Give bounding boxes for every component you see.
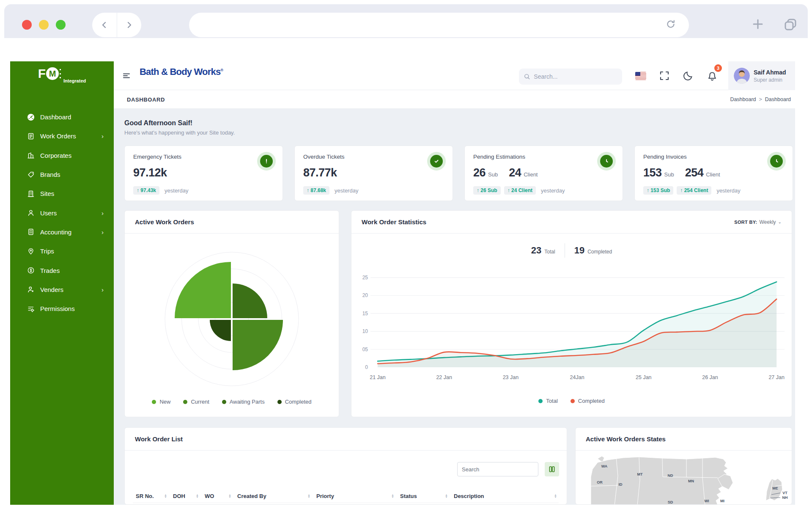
new-tab-button[interactable] [750,17,765,33]
fullscreen-icon [659,70,670,81]
breadcrumb-item[interactable]: Dashboard [730,96,756,102]
clock-icon [600,155,613,168]
dark-mode-button[interactable] [683,70,694,83]
table-column-header[interactable]: Description▲▼ [454,493,563,499]
table-column-header[interactable]: Created By▲▼ [237,493,316,499]
permissions-icon [27,305,35,313]
bell-icon [706,70,718,82]
global-search-input[interactable] [534,73,617,80]
breadcrumb: Dashboard > Dashboard [730,96,791,102]
table-header-row: SR No.▲▼DOH▲▼WO▲▼Created By▲▼Priorty▲▼St… [136,489,563,503]
polar-segment-completed [210,320,231,341]
sort-icon[interactable]: ▲▼ [164,494,167,498]
column-settings-button[interactable] [545,462,559,476]
language-flag-us-icon[interactable] [635,72,646,80]
minimize-window-button[interactable] [39,20,49,30]
sidebar-item-permissions[interactable]: Permissions [10,299,114,318]
card-title: Active Work Orders States [586,435,666,443]
stat-card[interactable]: Emergency Tickets97.12k↑ 97.43kyesterday [124,146,283,201]
sidebar-item-trips[interactable]: Trips [10,242,114,261]
stat-card[interactable]: Pending Invoices153Sub254Client↑ 153 Sub… [634,146,793,201]
user-menu[interactable]: Saif Ahmad Super admin [728,61,795,90]
user-role: Super admin [754,77,786,83]
trips-icon [27,248,35,255]
notifications-button[interactable] [706,70,718,84]
x-tick-label: 23 Jan [503,374,519,380]
fullscreen-button[interactable] [659,70,670,83]
totals-label: Total [544,249,555,255]
trend-badge: ↑ 254 Client [677,186,711,195]
back-button[interactable] [92,13,117,37]
stat-value-group: 26Sub [473,166,498,179]
stat-card-title: Emergency Tickets [133,154,274,160]
sidebar-item-brands[interactable]: Brands [10,165,114,184]
sort-by-label: SORT BY: [734,220,757,225]
state-label-mn: MN [688,479,694,483]
stat-card-icon [257,152,276,171]
statistics-totals: 23Total19Completed [351,243,792,258]
polar-segment-new [175,262,231,318]
forward-button[interactable] [117,13,142,37]
stat-card[interactable]: Pending Estimations26Sub24Client↑ 26 Sub… [464,146,623,201]
sidebar-item-users[interactable]: Users› [10,203,114,222]
sidebar-item-label: Trips [40,248,54,255]
reload-icon[interactable] [665,19,676,31]
y-tick-label: 20 [362,292,368,298]
maximize-window-button[interactable] [56,20,66,30]
screenshot-canvas: F M Integrated DashboardWork Orders›Corp… [0,0,812,531]
table-column-header[interactable]: SR No.▲▼ [136,493,173,499]
sort-icon[interactable]: ▲▼ [196,494,199,498]
close-window-button[interactable] [22,20,32,30]
trend-badge: ↑ 97.43k [133,186,159,195]
stat-value-group: 24Client [509,166,538,179]
sort-icon[interactable]: ▲▼ [445,494,448,498]
sidebar-item-corporates[interactable]: Corporates [10,146,114,165]
y-tick-label: 0 [365,364,368,370]
sort-icon[interactable]: ▲▼ [307,494,310,498]
brand-wordmark: Bath & Body Works® [140,66,223,77]
breadcrumb-separator-icon: > [759,96,762,102]
sidebar-item-label: Dashboard [40,113,71,121]
sidebar-item-venders[interactable]: Venders› [10,280,114,299]
sort-by-dropdown[interactable]: SORT BY: Weekly ⌄ [734,219,782,225]
sidebar-item-accounting[interactable]: Accounting› [10,223,114,242]
sort-icon[interactable]: ▲▼ [391,494,394,498]
tab-overview-button[interactable] [782,17,798,34]
app-logo[interactable]: F M Integrated [10,61,114,86]
table-column-header[interactable]: Status▲▼ [400,493,454,499]
column-label: Status [400,493,417,499]
stat-card-note: yesterday [541,187,565,194]
stat-card[interactable]: Overdue Tickets87.77k↑ 87.68kyesterday [294,146,453,201]
menu-toggle-button[interactable] [122,71,131,82]
browser-nav [92,13,141,37]
legend-dot [277,400,282,404]
sidebar-item-trades[interactable]: Trades [10,261,114,280]
legend-dot [222,400,226,404]
us-states-map[interactable]: WAORIDMTNDSDMNWIMIMEVTNH [576,451,792,505]
table-column-header[interactable]: Priorty▲▼ [316,493,400,499]
sidebar-item-label: Brands [40,171,60,178]
breadcrumb-item: Dashboard [765,96,791,102]
stat-card-badges: ↑ 97.43kyesterday [133,186,188,195]
polar-segment-current [233,320,283,370]
table-column-header[interactable]: DOH▲▼ [173,493,205,499]
table-column-header[interactable]: WO▲▼ [205,493,237,499]
column-label: Priorty [316,493,334,499]
table-divider [133,503,559,503]
address-bar[interactable] [189,13,689,37]
global-search[interactable] [519,69,622,85]
stat-card-values: 97.12k [133,166,167,179]
sort-icon[interactable]: ▲▼ [554,494,557,498]
sidebar-item-dashboard[interactable]: Dashboard [10,107,114,127]
sidebar-item-work-orders[interactable]: Work Orders› [10,127,114,146]
table-search-input[interactable] [457,462,538,476]
polar-segment-awaiting-parts [233,283,267,318]
sidebar-item-sites[interactable]: Sites [10,184,114,203]
legend-label: Completed [578,398,605,404]
chevron-right-icon: › [102,286,104,293]
sort-icon[interactable]: ▲▼ [228,494,231,498]
breadcrumb-bar: DASHBOARD Dashboard > Dashboard [114,91,795,108]
legend-label: Total [546,398,557,404]
legend-label: Current [191,399,209,405]
clock-icon [770,155,783,168]
